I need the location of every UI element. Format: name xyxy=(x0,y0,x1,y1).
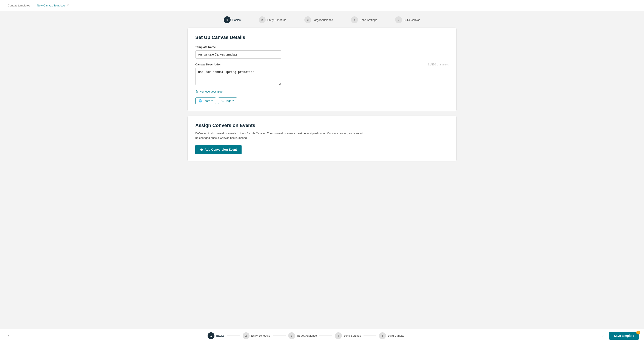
step-2-label: Entry Schedule xyxy=(267,18,286,22)
step-5-circle: 5 xyxy=(395,16,402,23)
step-connector-3 xyxy=(336,20,348,20)
team-button-label: Team xyxy=(203,99,210,102)
tab-new-canvas-template[interactable]: New Canvas Template ✕ xyxy=(34,0,73,11)
step-connector-2 xyxy=(289,20,302,20)
canvas-description-label: Canvas Description xyxy=(195,63,221,66)
top-stepper: 1 Basics 2 Entry Schedule 3 Target Audie… xyxy=(0,11,644,28)
tag-icon: 🏷 xyxy=(221,99,224,102)
setup-card-title: Set Up Canvas Details xyxy=(195,35,449,40)
close-icon[interactable]: ✕ xyxy=(67,4,69,7)
team-button[interactable]: 🌐 Team ▾ xyxy=(195,98,216,104)
tags-button-label: Tags xyxy=(226,99,231,102)
trash-icon: 🗑 xyxy=(195,90,198,93)
step-2-circle: 2 xyxy=(259,16,266,23)
canvas-description-input[interactable]: Use for annual spring promotion xyxy=(195,68,281,85)
conversion-events-title: Assign Conversion Events xyxy=(195,123,449,128)
filter-buttons-group: 🌐 Team ▾ 🏷 Tags ▾ xyxy=(195,98,449,104)
tab-bar: Canvas templates New Canvas Template ✕ xyxy=(0,0,644,11)
template-name-input[interactable] xyxy=(195,50,281,59)
step-3[interactable]: 3 Target Audience xyxy=(304,16,333,23)
tab-new-canvas-template-label: New Canvas Template xyxy=(37,4,65,7)
add-conversion-event-label: Add Conversion Event xyxy=(204,148,237,151)
step-connector-4 xyxy=(380,20,392,20)
template-name-group: Template Name xyxy=(195,46,449,59)
step-4-circle: 4 xyxy=(351,16,358,23)
char-count: 31/250 characters xyxy=(428,63,449,66)
tags-button[interactable]: 🏷 Tags ▾ xyxy=(218,98,237,104)
step-5-label: Build Canvas xyxy=(404,18,420,22)
remove-description-button[interactable]: 🗑 Remove description xyxy=(195,90,449,93)
step-5[interactable]: 5 Build Canvas xyxy=(395,16,420,23)
content-area: Set Up Canvas Details Template Name Canv… xyxy=(182,28,462,187)
team-chevron-down-icon: ▾ xyxy=(212,99,213,102)
step-4[interactable]: 4 Send Settings xyxy=(351,16,377,23)
tab-canvas-templates[interactable]: Canvas templates xyxy=(4,0,34,11)
step-1-circle: 1 xyxy=(224,16,230,23)
step-4-label: Send Settings xyxy=(360,18,377,22)
conversion-events-description: Define up to 4 conversion events to trac… xyxy=(195,131,363,140)
step-1[interactable]: 1 Basics xyxy=(224,16,240,23)
globe-icon: 🌐 xyxy=(198,99,202,102)
plus-icon: ⊕ xyxy=(200,148,203,152)
step-3-circle: 3 xyxy=(304,16,311,23)
setup-canvas-details-card: Set Up Canvas Details Template Name Canv… xyxy=(187,28,457,111)
step-2[interactable]: 2 Entry Schedule xyxy=(259,16,286,23)
step-3-label: Target Audience xyxy=(313,18,333,22)
add-conversion-event-button[interactable]: ⊕ Add Conversion Event xyxy=(195,145,242,154)
canvas-description-group: Canvas Description 31/250 characters Use… xyxy=(195,63,449,86)
step-connector-1 xyxy=(243,20,256,20)
remove-description-label: Remove description xyxy=(200,90,224,93)
assign-conversion-events-card: Assign Conversion Events Define up to 4 … xyxy=(187,116,457,161)
tags-chevron-down-icon: ▾ xyxy=(232,99,234,102)
canvas-description-label-row: Canvas Description 31/250 characters xyxy=(195,63,449,66)
template-name-label: Template Name xyxy=(195,46,449,49)
step-1-label: Basics xyxy=(232,18,240,22)
